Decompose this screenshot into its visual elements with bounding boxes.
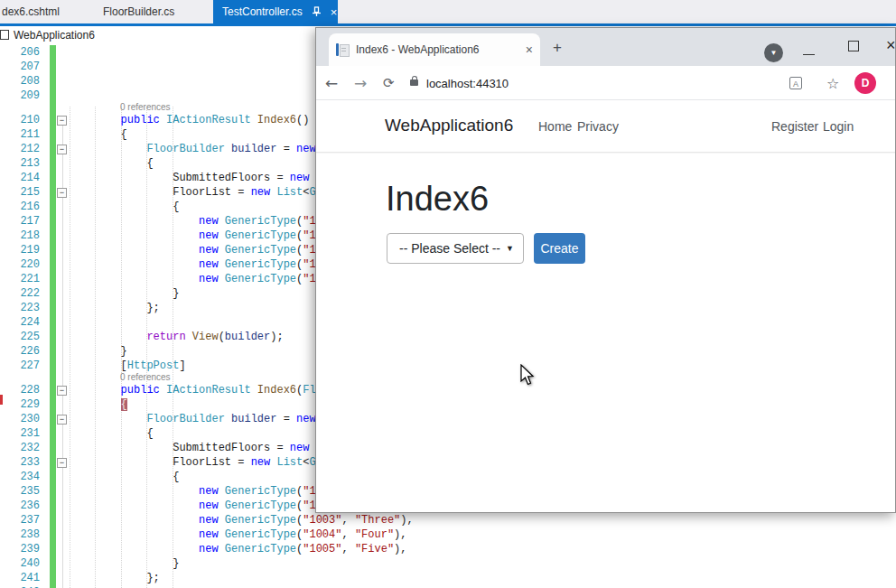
code-line[interactable]: { bbox=[69, 128, 127, 143]
bookmark-star-icon[interactable]: ☆ bbox=[826, 66, 839, 100]
tab-close-icon[interactable]: × bbox=[526, 43, 533, 56]
line-number: 230 bbox=[0, 413, 40, 427]
lock-icon[interactable] bbox=[410, 79, 418, 86]
code-line[interactable]: { bbox=[69, 398, 127, 413]
code-line[interactable]: { bbox=[69, 201, 179, 215]
vs-tab-floorbuilder[interactable]: FloorBuilder.cs bbox=[94, 0, 183, 23]
floor-select[interactable]: -- Please Select -- ▼ bbox=[387, 233, 524, 264]
code-line[interactable]: FloorList = new List<Ge bbox=[69, 186, 322, 201]
code-line[interactable]: public IActionResult Index6(Flo bbox=[69, 384, 322, 398]
line-number: 220 bbox=[0, 258, 40, 273]
browser-tab-title: Index6 - WebApplication6 bbox=[356, 43, 522, 56]
line-number: 212 bbox=[0, 143, 40, 157]
line-number: 209 bbox=[0, 89, 40, 104]
code-line[interactable]: new GenericType("1003", "Three"), bbox=[69, 514, 414, 528]
code-line[interactable]: FloorBuilder builder = new bbox=[69, 143, 316, 157]
line-number: 231 bbox=[0, 427, 40, 442]
web-page: WebApplication6 Home Privacy Register Lo… bbox=[316, 100, 895, 513]
code-line[interactable]: new GenericType("1004", "Four"), bbox=[69, 528, 407, 543]
line-number: 213 bbox=[0, 157, 40, 172]
code-line[interactable]: new GenericType("10 bbox=[69, 273, 322, 287]
maximize-icon[interactable] bbox=[848, 41, 859, 51]
nav-home-link[interactable]: Home bbox=[538, 119, 572, 134]
browser-title-bar[interactable]: Index6 - WebApplication6 × + ▼ × bbox=[316, 28, 895, 66]
code-line[interactable]: FloorList = new List<Ge bbox=[69, 456, 322, 471]
vs-tab-testcontroller[interactable]: TestController.cs × bbox=[213, 0, 338, 23]
close-icon[interactable]: × bbox=[331, 6, 338, 18]
window-close-icon[interactable]: × bbox=[886, 36, 896, 55]
code-line[interactable]: SubmittedFloors = new L bbox=[69, 172, 322, 186]
line-number: 216 bbox=[0, 201, 40, 215]
line-number: 210 bbox=[0, 114, 40, 128]
fold-collapse-icon[interactable]: − bbox=[57, 116, 67, 126]
line-number: 241 bbox=[0, 572, 40, 586]
minimize-icon[interactable] bbox=[803, 54, 815, 55]
address-bar[interactable]: localhost:44310 bbox=[426, 66, 509, 100]
line-number: 234 bbox=[0, 471, 40, 485]
nav-privacy-link[interactable]: Privacy bbox=[577, 119, 619, 134]
code-line[interactable]: new GenericType("10 bbox=[69, 244, 322, 258]
code-line[interactable]: } bbox=[69, 345, 127, 359]
code-line[interactable]: new GenericType("10 bbox=[69, 485, 322, 499]
line-number: 208 bbox=[0, 75, 40, 89]
line-number: 222 bbox=[0, 287, 40, 302]
line-number: 217 bbox=[0, 215, 40, 229]
nav-login-link[interactable]: Login bbox=[823, 119, 854, 134]
reload-icon[interactable]: ⟳ bbox=[383, 66, 395, 100]
code-line[interactable]: new GenericType("1005", "Five"), bbox=[69, 543, 407, 557]
code-line[interactable]: } bbox=[69, 557, 179, 572]
line-number: 238 bbox=[0, 528, 40, 543]
vs-tab-label: FloorBuilder.cs bbox=[103, 5, 174, 18]
code-line[interactable]: return View(builder); bbox=[69, 331, 284, 345]
codelens-references[interactable]: 0 references bbox=[120, 102, 171, 113]
code-line[interactable]: new GenericType("10 bbox=[69, 258, 322, 273]
line-number: 229 bbox=[0, 398, 40, 413]
browser-tab[interactable]: Index6 - WebApplication6 × bbox=[329, 33, 540, 66]
vs-tab-index6-cshtml[interactable]: dex6.cshtml bbox=[0, 0, 69, 23]
fold-collapse-icon[interactable]: − bbox=[57, 458, 67, 468]
codelens-references[interactable]: 0 references bbox=[120, 372, 171, 383]
code-line[interactable]: SubmittedFloors = new L bbox=[69, 442, 322, 456]
project-icon bbox=[0, 30, 9, 40]
line-number: 232 bbox=[0, 442, 40, 456]
line-number: 207 bbox=[0, 61, 40, 75]
avatar[interactable]: D bbox=[854, 72, 876, 94]
code-line[interactable]: new GenericType("10 bbox=[69, 229, 322, 244]
forward-icon[interactable]: → bbox=[354, 66, 367, 100]
code-line[interactable]: }; bbox=[69, 572, 160, 586]
line-number: 237 bbox=[0, 514, 40, 528]
line-number: 233 bbox=[0, 456, 40, 471]
browser-toolbar: ← → ⟳ localhost:44310 A ☆ D ⋮ bbox=[316, 66, 895, 100]
line-number: 227 bbox=[0, 359, 40, 374]
back-icon[interactable]: ← bbox=[325, 66, 338, 100]
code-line[interactable]: }; bbox=[69, 302, 160, 316]
line-number: 211 bbox=[0, 128, 40, 143]
menu-dots-icon[interactable]: ⋮ bbox=[891, 66, 896, 100]
line-number: 206 bbox=[0, 46, 40, 61]
line-number: 223 bbox=[0, 302, 40, 316]
code-line[interactable]: FloorBuilder builder = new bbox=[69, 413, 316, 427]
create-button[interactable]: Create bbox=[534, 233, 585, 264]
fold-collapse-icon[interactable]: − bbox=[57, 415, 67, 425]
fold-collapse-icon[interactable]: − bbox=[57, 145, 67, 154]
line-number: 219 bbox=[0, 244, 40, 258]
code-line[interactable]: { bbox=[69, 427, 154, 442]
line-number: 226 bbox=[0, 345, 40, 359]
code-line[interactable]: new GenericType("10 bbox=[69, 215, 322, 229]
site-brand[interactable]: WebApplication6 bbox=[385, 116, 513, 135]
page-title: Index6 bbox=[386, 180, 489, 219]
profile-menu-icon[interactable]: ▼ bbox=[764, 43, 783, 62]
code-line[interactable]: } bbox=[69, 287, 179, 302]
translate-icon[interactable]: A bbox=[789, 77, 802, 89]
fold-collapse-icon[interactable]: − bbox=[57, 386, 67, 396]
nav-register-link[interactable]: Register bbox=[771, 119, 818, 134]
new-tab-icon[interactable]: + bbox=[553, 39, 562, 57]
line-number: 235 bbox=[0, 485, 40, 499]
code-line[interactable]: { bbox=[69, 157, 154, 172]
fold-collapse-icon[interactable]: − bbox=[57, 188, 67, 198]
code-line[interactable]: new GenericType("10 bbox=[69, 499, 322, 514]
pin-icon[interactable] bbox=[312, 6, 322, 17]
screen: dex6.cshtml FloorBuilder.cs TestControll… bbox=[0, 0, 896, 588]
code-line[interactable]: public IActionResult Index6() bbox=[69, 114, 309, 128]
code-line[interactable]: { bbox=[69, 471, 179, 485]
